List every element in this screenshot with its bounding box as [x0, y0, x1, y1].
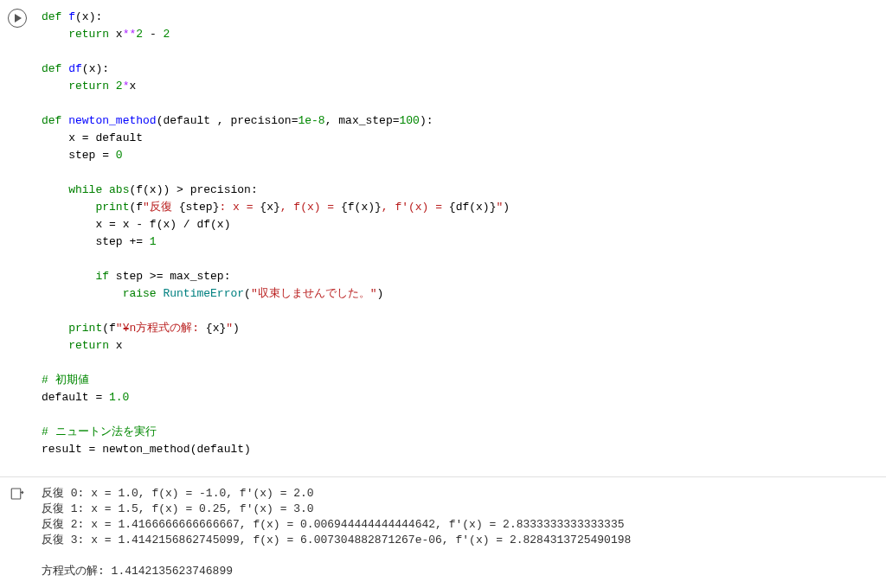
condition: step >= max_step: [109, 270, 230, 283]
output-cell: 反復 0: x = 1.0, f(x) = -1.0, f'(x) = 2.0 … [0, 476, 886, 588]
assignment: default = [42, 391, 109, 404]
svg-rect-0 [11, 489, 21, 499]
params: (x): [82, 62, 109, 75]
number: 2 [136, 28, 143, 41]
output-line: 反復 3: x = 1.4142156862745099, f(x) = 6.0… [42, 534, 631, 546]
keyword-return: return [68, 339, 109, 352]
assignment: x = default [68, 131, 143, 144]
keyword-return: return [68, 80, 109, 93]
var: x [129, 80, 136, 93]
number: 1.0 [109, 391, 129, 404]
keyword-while: while [68, 183, 102, 196]
comment: # 初期値 [42, 374, 89, 387]
assignment: x = x - f(x) / df(x) [95, 218, 230, 231]
params-open: (default , precision= [157, 114, 299, 127]
keyword-def: def [42, 114, 61, 127]
brace: } [273, 201, 280, 214]
output-line: 反復 0: x = 1.0, f(x) = -1.0, f'(x) = 2.0 [42, 487, 314, 500]
number: 1 [150, 235, 157, 248]
builtin-print: print [68, 322, 102, 335]
var: x [116, 28, 123, 41]
output-line: 反復 2: x = 1.4166666666666667, f(x) = 0.0… [42, 518, 625, 531]
open: (f [129, 201, 143, 214]
code-cell: def f(x): return x**2 - 2 def df(x): ret… [0, 0, 886, 476]
code-gutter [0, 0, 35, 476]
minus: - [143, 28, 163, 41]
builtin-abs: abs [109, 183, 129, 196]
string: " [226, 322, 233, 335]
number: 100 [400, 114, 420, 127]
number: 1e-8 [298, 114, 324, 127]
string: "¥n方程式の解: [116, 322, 206, 335]
close: ) [233, 322, 240, 335]
operator: ** [123, 28, 137, 41]
brace: { [449, 201, 456, 214]
output-icon[interactable] [10, 486, 25, 588]
func-name: df [68, 62, 82, 75]
func-name: newton_method [68, 114, 156, 127]
assignment: step += [95, 235, 149, 248]
play-icon [14, 14, 22, 22]
string: , f(x) = [280, 201, 341, 214]
brace: { [341, 201, 348, 214]
keyword-def: def [42, 10, 61, 23]
keyword-raise: raise [123, 287, 157, 300]
output-line: 反復 1: x = 1.5, f(x) = 0.25, f'(x) = 3.0 [42, 502, 314, 515]
output-gutter [0, 484, 35, 588]
brace: } [375, 201, 382, 214]
string: "収束しませんでした。" [251, 287, 377, 300]
condition: (f(x)) > precision: [129, 183, 257, 196]
string: "反復 [143, 201, 179, 214]
close: ) [503, 201, 510, 214]
code-editor[interactable]: def f(x): return x**2 - 2 def df(x): ret… [35, 0, 886, 476]
fvar: df(x) [456, 201, 490, 214]
output-text: 反復 0: x = 1.0, f(x) = -1.0, f'(x) = 2.0 … [35, 484, 886, 588]
keyword-def: def [42, 62, 61, 75]
string: : x = [220, 201, 260, 214]
number: 2 [163, 28, 170, 41]
string: , f'(x) = [382, 201, 449, 214]
run-button[interactable] [8, 9, 27, 28]
func-name: f [68, 10, 75, 23]
fvar: x [266, 201, 273, 214]
number: 2 [116, 80, 123, 93]
error-class: RuntimeError [163, 287, 244, 300]
number: 0 [116, 149, 123, 162]
close: ) [377, 287, 384, 300]
comment: # ニュートン法を実行 [42, 425, 157, 438]
open: (f [102, 322, 116, 335]
fvar: step [185, 201, 212, 214]
comma: , max_step= [325, 114, 400, 127]
output-line: 方程式の解: 1.4142135623746899 [42, 565, 233, 578]
keyword-if: if [95, 270, 109, 283]
close: ): [420, 114, 433, 127]
var: x [109, 339, 123, 352]
open: ( [244, 287, 251, 300]
params: (x): [75, 10, 102, 23]
brace: { [206, 322, 213, 335]
brace: { [260, 201, 266, 214]
builtin-print: print [95, 201, 129, 214]
keyword-return: return [68, 28, 109, 41]
brace: } [213, 201, 220, 214]
assignment: step = [68, 149, 116, 162]
assignment: result = newton_method(default) [42, 443, 251, 456]
fvar: f(x) [348, 201, 375, 214]
